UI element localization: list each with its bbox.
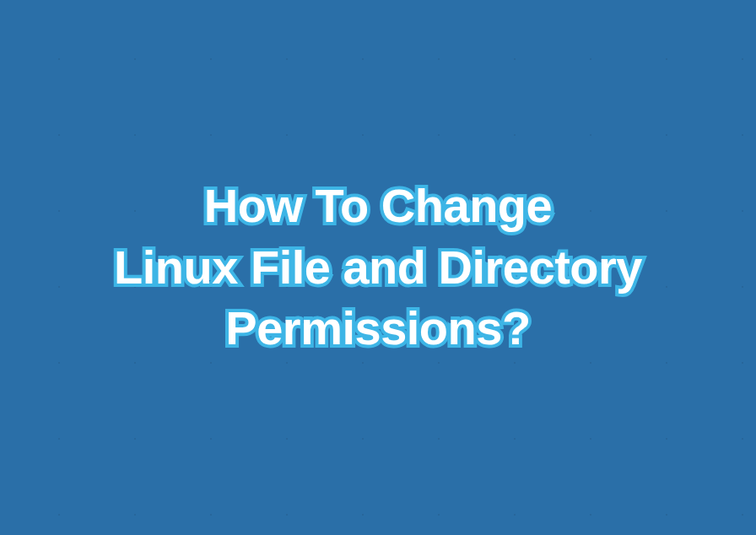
title-line-1: How To Change bbox=[114, 176, 642, 237]
main-title: How To Change Linux File and Directory P… bbox=[114, 176, 642, 359]
title-container: How To Change Linux File and Directory P… bbox=[80, 176, 676, 359]
title-line-2: Linux File and Directory bbox=[114, 237, 642, 299]
title-line-3: Permissions? bbox=[114, 298, 642, 359]
